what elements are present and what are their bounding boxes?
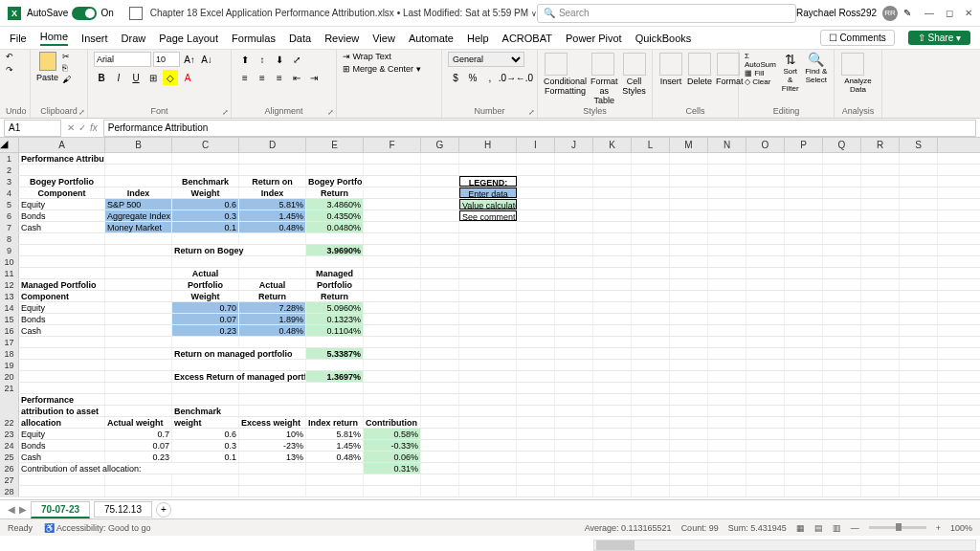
- cell[interactable]: Cash: [19, 222, 105, 232]
- cell[interactable]: [593, 176, 632, 187]
- grid-row[interactable]: 24Bonds0.070.3-23%1.45%-0.33%: [0, 440, 980, 452]
- row-header[interactable]: 10: [0, 256, 19, 267]
- analyze-data-button[interactable]: Analyze Data: [840, 52, 876, 94]
- cell[interactable]: 0.4350%: [306, 210, 364, 221]
- cell[interactable]: [823, 210, 861, 221]
- row-header[interactable]: 17: [0, 337, 19, 347]
- cell[interactable]: [785, 440, 823, 451]
- cell[interactable]: [670, 371, 708, 382]
- cell[interactable]: [172, 394, 239, 405]
- cell[interactable]: [459, 417, 517, 428]
- cell[interactable]: Contribution of asset allocation:: [19, 463, 239, 474]
- menu-formulas[interactable]: Formulas: [232, 33, 276, 44]
- row-header[interactable]: [0, 394, 19, 405]
- cell[interactable]: [306, 406, 364, 416]
- cell[interactable]: [632, 222, 670, 232]
- autosave-toggle[interactable]: AutoSave On: [27, 7, 114, 20]
- grid-row[interactable]: 19: [0, 360, 980, 371]
- cell[interactable]: [239, 463, 306, 474]
- font-color-button[interactable]: A: [180, 70, 195, 85]
- cell[interactable]: [555, 199, 593, 209]
- cell[interactable]: [421, 245, 459, 255]
- cell[interactable]: [593, 452, 632, 462]
- cell[interactable]: [785, 337, 823, 347]
- cell[interactable]: [421, 417, 459, 428]
- cell[interactable]: [785, 279, 823, 290]
- document-title[interactable]: Chapter 18 Excel Application Performance…: [150, 8, 537, 18]
- cell[interactable]: [459, 360, 517, 370]
- cell[interactable]: [459, 394, 517, 405]
- cell[interactable]: [861, 245, 900, 255]
- cell[interactable]: [555, 268, 593, 278]
- cell[interactable]: Equity: [19, 199, 105, 209]
- cell[interactable]: [19, 486, 105, 496]
- cell[interactable]: [172, 383, 239, 393]
- cell[interactable]: [670, 302, 708, 313]
- cell[interactable]: [105, 233, 172, 244]
- cell[interactable]: [555, 337, 593, 347]
- cell[interactable]: [306, 360, 364, 370]
- cell[interactable]: [708, 222, 746, 232]
- cell[interactable]: [593, 165, 632, 175]
- cell[interactable]: 0.6: [172, 199, 239, 209]
- cell[interactable]: [708, 153, 746, 164]
- cell[interactable]: [823, 429, 861, 439]
- cell[interactable]: [861, 452, 900, 462]
- cell[interactable]: [517, 314, 555, 324]
- cell[interactable]: [239, 153, 306, 164]
- zoom-slider[interactable]: [869, 526, 926, 529]
- cell[interactable]: S&P 500: [105, 199, 172, 209]
- cell[interactable]: Excess weight: [239, 417, 306, 428]
- cell[interactable]: [823, 348, 861, 359]
- cell[interactable]: [459, 268, 517, 278]
- row-header[interactable]: 27: [0, 474, 19, 485]
- cell[interactable]: [593, 245, 632, 255]
- grid-row[interactable]: attribution to assetBenchmark: [0, 406, 980, 417]
- cell[interactable]: Cash: [19, 325, 105, 336]
- cell[interactable]: [172, 165, 239, 175]
- cell[interactable]: [459, 452, 517, 462]
- cell[interactable]: [593, 406, 632, 416]
- cell[interactable]: Weight: [172, 187, 239, 198]
- cell[interactable]: Enter data: [459, 187, 517, 198]
- cell[interactable]: [555, 153, 593, 164]
- enter-formula-icon[interactable]: ✓: [78, 122, 86, 133]
- cell[interactable]: [421, 429, 459, 439]
- cell[interactable]: [861, 291, 900, 301]
- cell[interactable]: [19, 474, 105, 485]
- comments-button[interactable]: ☐ Comments: [820, 30, 895, 46]
- cell[interactable]: [517, 302, 555, 313]
- cell[interactable]: [517, 463, 555, 474]
- grid-row[interactable]: 27: [0, 474, 980, 486]
- row-header[interactable]: 7: [0, 222, 19, 232]
- cell[interactable]: [823, 222, 861, 232]
- cell[interactable]: [459, 406, 517, 416]
- cell[interactable]: [823, 291, 861, 301]
- cell[interactable]: [306, 383, 364, 393]
- cell[interactable]: [239, 406, 306, 416]
- grid-row[interactable]: 18Return on managed portfolio5.3387%: [0, 348, 980, 360]
- cell[interactable]: [459, 222, 517, 232]
- cell[interactable]: 0.48%: [306, 452, 364, 462]
- col-header[interactable]: C: [172, 138, 239, 152]
- cell[interactable]: 1.89%: [239, 314, 306, 324]
- cell[interactable]: [823, 279, 861, 290]
- row-header[interactable]: 1: [0, 153, 19, 164]
- cell[interactable]: [593, 314, 632, 324]
- cell[interactable]: [555, 440, 593, 451]
- menu-insert[interactable]: Insert: [81, 33, 108, 44]
- cell[interactable]: [861, 394, 900, 405]
- cell[interactable]: [900, 325, 938, 336]
- cell[interactable]: [19, 383, 105, 393]
- cell[interactable]: [632, 371, 670, 382]
- col-header[interactable]: B: [105, 138, 172, 152]
- view-normal-icon[interactable]: ▦: [796, 523, 805, 533]
- cell[interactable]: 0.48%: [239, 325, 306, 336]
- cell[interactable]: [517, 325, 555, 336]
- cell[interactable]: [746, 222, 785, 232]
- cell[interactable]: [19, 233, 105, 244]
- cell[interactable]: [632, 429, 670, 439]
- cell[interactable]: [593, 222, 632, 232]
- cell[interactable]: Return on: [239, 176, 306, 187]
- cell[interactable]: [785, 314, 823, 324]
